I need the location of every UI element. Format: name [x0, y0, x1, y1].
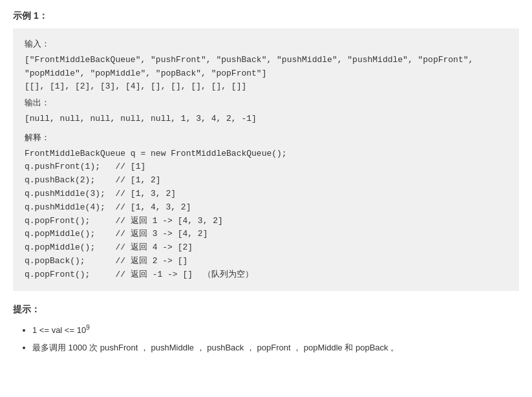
- input-line1: ["FrontMiddleBackQueue", "pushFront", "p…: [25, 54, 507, 67]
- tips-section: 提示： 1 <= val <= 109最多调用 1000 次 pushFront…: [13, 304, 519, 356]
- input-line2: "popMiddle", "popMiddle", "popBack", "po…: [25, 67, 507, 81]
- explain-line-9: q.popFront(); // 返回 -1 -> [] （队列为空）: [25, 268, 507, 282]
- tips-list: 1 <= val <= 109最多调用 1000 次 pushFront ， p…: [13, 322, 519, 356]
- example-code-block: 输入： ["FrontMiddleBackQueue", "pushFront"…: [13, 28, 519, 291]
- example-title: 示例 1：: [13, 10, 519, 22]
- output-line: [null, null, null, null, null, 1, 3, 4, …: [25, 113, 507, 126]
- explain-label: 解释：: [25, 131, 507, 145]
- example-section: 示例 1： 输入： ["FrontMiddleBackQueue", "push…: [13, 10, 519, 291]
- explain-line-4: q.pushMiddle(4); // [1, 4, 3, 2]: [25, 201, 507, 215]
- input-line3: [[], [1], [2], [3], [4], [], [], [], [],…: [25, 80, 507, 94]
- explain-line-6: q.popMiddle(); // 返回 3 -> [4, 2]: [25, 228, 507, 241]
- explain-line-7: q.popMiddle(); // 返回 4 -> [2]: [25, 241, 507, 255]
- explain-line-8: q.popBack(); // 返回 2 -> []: [25, 255, 507, 268]
- explain-line-3: q.pushMiddle(3); // [1, 3, 2]: [25, 188, 507, 201]
- input-label: 输入：: [25, 38, 507, 51]
- explain-line-5: q.popFront(); // 返回 1 -> [4, 3, 2]: [25, 215, 507, 228]
- output-label: 输出：: [25, 96, 507, 110]
- explain-line-2: q.pushBack(2); // [1, 2]: [25, 174, 507, 188]
- tips-title: 提示：: [13, 304, 519, 316]
- tips-item-1: 最多调用 1000 次 pushFront ， pushMiddle ， pus…: [32, 340, 519, 355]
- explain-line-1: q.pushFront(1); // [1]: [25, 160, 507, 174]
- explain-line-0: FrontMiddleBackQueue q = new FrontMiddle…: [25, 147, 507, 161]
- explain-lines: FrontMiddleBackQueue q = new FrontMiddle…: [25, 147, 507, 282]
- tips-item-0: 1 <= val <= 109: [32, 322, 519, 338]
